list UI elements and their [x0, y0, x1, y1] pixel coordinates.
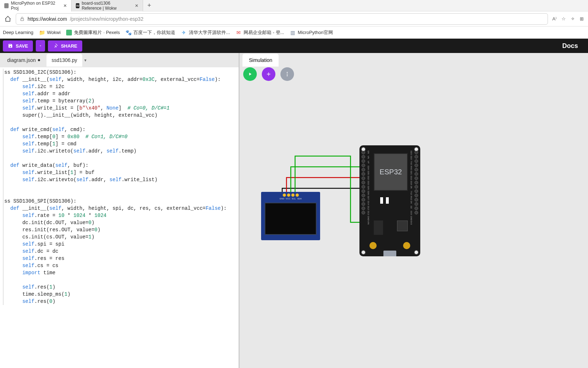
code-line[interactable]: self.cs = cs — [3, 262, 236, 269]
pin[interactable] — [362, 151, 365, 154]
bookmark-item[interactable]: 免費圖庫相片 · Pexels — [66, 29, 120, 36]
pin[interactable] — [415, 189, 418, 193]
code-line[interactable]: self.i2c.writevto(self.addr, self.write_… — [3, 176, 236, 183]
pin[interactable] — [362, 189, 365, 193]
pin[interactable] — [362, 185, 365, 189]
favorite-icon[interactable]: ☆ — [562, 16, 566, 21]
enable-button[interactable] — [403, 242, 410, 249]
pin[interactable] — [362, 172, 365, 176]
pin[interactable] — [362, 168, 365, 171]
pin[interactable] — [362, 211, 365, 214]
code-line[interactable]: res.init(res.OUT, value=0) — [3, 226, 236, 233]
pin[interactable] — [415, 202, 418, 206]
code-line[interactable]: def __init__(self, width, height, spi, d… — [3, 205, 236, 212]
code-line[interactable]: import time — [3, 269, 236, 276]
bookmark-item[interactable]: 📁Wokwi — [39, 30, 60, 35]
pin[interactable] — [415, 164, 418, 167]
code-line[interactable]: cs.init(cs.OUT, value=1) — [3, 233, 236, 241]
code-line[interactable] — [3, 155, 236, 162]
app-icon[interactable]: ⊞ — [580, 16, 584, 21]
code-line[interactable]: def write_data(self, buf): — [3, 162, 236, 169]
pin[interactable] — [415, 185, 418, 189]
home-icon[interactable] — [4, 15, 11, 23]
pin[interactable] — [362, 164, 365, 167]
pin[interactable] — [362, 181, 365, 184]
tab-menu-icon[interactable]: ▼ — [84, 58, 87, 62]
code-line[interactable]: dc.init(dc.OUT, value=0) — [3, 219, 236, 226]
editor-tab-ssd1306[interactable]: ssd1306.py — [46, 54, 82, 67]
pin[interactable] — [362, 198, 365, 202]
code-line[interactable]: ss SSD1306_I2C(SSD1306): — [3, 69, 236, 76]
browser-tab-active[interactable]: MicroPython on ESP32 Proj ✕ — [0, 0, 72, 11]
bookmark-item[interactable]: Deep Learning — [3, 30, 33, 35]
simulation-canvas[interactable]: GND VCC SCL SDA ESP32 — [240, 84, 588, 368]
browser-tab[interactable]: W board-ssd1306 Reference | Wokw ✕ — [72, 0, 143, 11]
oled-pin[interactable] — [295, 193, 299, 197]
oled-pin[interactable] — [287, 193, 290, 197]
pin[interactable] — [415, 176, 418, 180]
oled-pin[interactable] — [291, 193, 295, 197]
code-line[interactable]: self.write_list = [b"\x40", None] # Co=0… — [3, 105, 236, 112]
docs-link[interactable]: Docs — [562, 42, 585, 50]
address-bar[interactable]: https://wokwi.com/projects/new/micropyth… — [16, 13, 548, 25]
code-line[interactable]: self.i2c = i2c — [3, 83, 236, 90]
new-tab-button[interactable]: + — [143, 2, 156, 9]
code-line[interactable]: self.temp = bytearray(2) — [3, 97, 236, 105]
collections-icon[interactable]: ✧ — [571, 16, 575, 21]
save-button[interactable]: SAVE — [3, 40, 33, 52]
code-line[interactable]: self.temp[1] = cmd — [3, 140, 236, 147]
pin[interactable] — [415, 168, 418, 171]
save-dropdown-button[interactable] — [36, 40, 45, 52]
pin[interactable] — [362, 202, 365, 206]
pin[interactable] — [415, 155, 418, 159]
share-button[interactable]: SHARE — [48, 40, 82, 52]
code-line[interactable]: time.sleep_ms(1) — [3, 291, 236, 298]
pin[interactable] — [362, 194, 365, 197]
code-line[interactable]: self.spi = spi — [3, 241, 236, 248]
pin[interactable] — [362, 176, 365, 180]
pin[interactable] — [415, 211, 418, 214]
pin[interactable] — [362, 155, 365, 159]
code-line[interactable] — [3, 183, 236, 190]
ssd1306-board[interactable]: GND VCC SCL SDA — [261, 192, 320, 240]
close-icon[interactable]: ✕ — [63, 3, 67, 8]
pin[interactable] — [415, 198, 418, 202]
oled-pin[interactable] — [283, 193, 286, 197]
pin[interactable] — [415, 194, 418, 197]
code-line[interactable]: self.i2c.writeto(self.addr, self.temp) — [3, 147, 236, 155]
code-line[interactable]: ss SSD1306_SPI(SSD1306): — [3, 198, 236, 205]
esp32-board[interactable]: ESP32 ENVNVPD34D35D32D33D25D26D27D14D12D… — [359, 145, 420, 256]
code-line[interactable] — [3, 190, 236, 198]
pin[interactable] — [415, 151, 418, 154]
code-line[interactable] — [3, 119, 236, 126]
code-line[interactable]: self.temp[0] = 0x80 # Co=1, D/C#=0 — [3, 133, 236, 140]
pin[interactable] — [415, 181, 418, 184]
code-line[interactable] — [3, 276, 236, 284]
pin[interactable] — [415, 172, 418, 176]
pin[interactable] — [362, 159, 365, 163]
pin[interactable] — [362, 207, 365, 210]
close-icon[interactable]: ✕ — [135, 3, 138, 8]
sim-menu-button[interactable] — [280, 67, 294, 81]
bookmark-item[interactable]: 🐾百度一下，你就知道 — [126, 29, 175, 36]
code-line[interactable]: self.rate = 10 * 1024 * 1024 — [3, 212, 236, 219]
play-button[interactable] — [243, 67, 257, 81]
simulation-tab[interactable]: Simulation — [242, 54, 279, 67]
boot-button[interactable] — [369, 242, 377, 249]
pin[interactable] — [415, 207, 418, 210]
add-part-button[interactable] — [262, 67, 275, 81]
code-line[interactable]: super().__init__(width, height, external… — [3, 112, 236, 119]
bookmark-item[interactable]: ✈清华大学开源软件... — [181, 29, 230, 36]
pin[interactable] — [415, 159, 418, 163]
code-line[interactable]: self.res(1) — [3, 284, 236, 291]
bookmark-item[interactable]: ▥MicroPython官网 — [290, 29, 333, 36]
code-line[interactable]: def __init__(self, width, height, i2c, a… — [3, 76, 236, 83]
code-line[interactable]: self.res = res — [3, 255, 236, 262]
editor-tab-diagram[interactable]: diagram.json — [2, 54, 45, 67]
code-line[interactable]: self.addr = addr — [3, 90, 236, 97]
code-line[interactable]: self.res(0) — [3, 298, 236, 305]
code-line[interactable]: self.write_list[1] = buf — [3, 169, 236, 176]
code-editor[interactable]: ss SSD1306_I2C(SSD1306): def __init__(se… — [0, 67, 239, 368]
bookmark-item[interactable]: ✉网易企业邮箱 - 登... — [236, 29, 284, 36]
code-line[interactable]: def write_cmd(self, cmd): — [3, 126, 236, 133]
